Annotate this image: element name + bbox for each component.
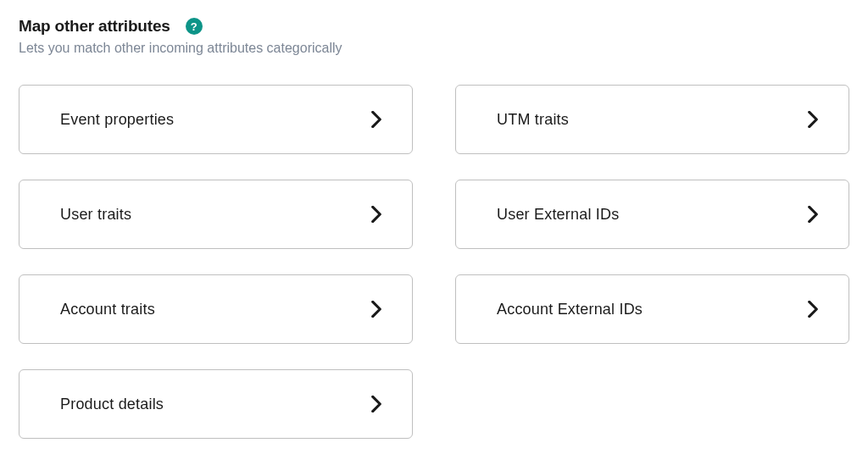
card-label: User External IDs [497, 206, 619, 224]
chevron-right-icon [808, 301, 818, 318]
card-label: UTM traits [497, 111, 569, 129]
card-label: Product details [60, 396, 164, 413]
card-label: Event properties [60, 111, 174, 129]
chevron-right-icon [371, 206, 381, 223]
section-header: Map other attributes ? [19, 17, 849, 36]
chevron-right-icon [808, 111, 818, 128]
section-subtitle: Lets you match other incoming attributes… [19, 41, 849, 56]
help-icon-glyph: ? [191, 20, 198, 33]
card-account-external-ids[interactable]: Account External IDs [455, 274, 849, 344]
chevron-right-icon [371, 396, 381, 412]
card-user-external-ids[interactable]: User External IDs [455, 180, 849, 249]
chevron-right-icon [371, 301, 381, 318]
card-account-traits[interactable]: Account traits [19, 274, 413, 344]
attribute-card-grid: Event properties UTM traits User traits … [19, 85, 849, 439]
card-label: User traits [60, 206, 131, 224]
section-title: Map other attributes [19, 17, 170, 36]
card-event-properties[interactable]: Event properties [19, 85, 413, 154]
card-user-traits[interactable]: User traits [19, 180, 413, 249]
card-product-details[interactable]: Product details [19, 369, 413, 439]
chevron-right-icon [371, 111, 381, 128]
card-label: Account traits [60, 301, 155, 318]
card-utm-traits[interactable]: UTM traits [455, 85, 849, 154]
card-label: Account External IDs [497, 301, 643, 318]
chevron-right-icon [808, 206, 818, 223]
help-icon[interactable]: ? [186, 18, 203, 35]
